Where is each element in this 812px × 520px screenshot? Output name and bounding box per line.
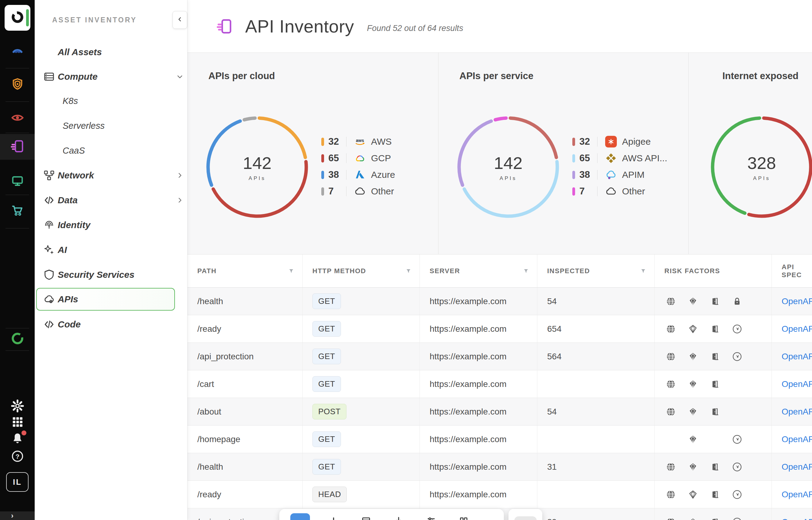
sidebar-item-apis[interactable]: APIs <box>35 290 188 309</box>
toolbar-selection-button[interactable] <box>290 513 310 520</box>
wasp-icon[interactable] <box>732 324 742 334</box>
rail-item-help[interactable]: ? <box>0 449 35 464</box>
sidebar-item-identity[interactable]: Identity <box>35 215 188 235</box>
sidebar-item-all-assets[interactable]: All Assets <box>35 43 188 62</box>
lock-icon[interactable] <box>732 296 742 307</box>
api-spec-link[interactable]: OpenAPI <box>782 324 812 334</box>
globe-icon[interactable] <box>666 462 676 472</box>
rail-item-apps[interactable] <box>0 415 35 430</box>
toolbar-sliders-icon[interactable] <box>426 516 436 520</box>
wasp-icon[interactable] <box>732 462 742 472</box>
door-icon[interactable] <box>710 462 720 472</box>
globe-icon[interactable] <box>666 352 676 362</box>
rail-item-notifications[interactable] <box>0 432 35 446</box>
toolbar-download-icon[interactable] <box>393 516 404 520</box>
api-spec-link[interactable]: OpenAPI <box>782 379 812 389</box>
cloud-icon <box>354 185 366 198</box>
gem-icon[interactable] <box>688 517 698 520</box>
filter-icon[interactable] <box>640 268 646 274</box>
toolbar-toggle-button[interactable] <box>509 509 542 520</box>
rail-item-api-inventory[interactable] <box>0 139 35 155</box>
gem-icon[interactable] <box>688 296 698 307</box>
wasp-icon[interactable] <box>732 434 742 445</box>
sidebar-item-data[interactable]: Data <box>35 191 188 210</box>
rail-item-orca-status[interactable] <box>0 332 35 346</box>
rail-item-detection[interactable] <box>0 111 35 126</box>
api-spec-link[interactable]: OpenAPI <box>782 296 812 306</box>
globe-icon[interactable] <box>666 379 676 389</box>
sidebar-collapse-button[interactable] <box>172 11 187 29</box>
table-row[interactable]: /api_protectionGEThttps://example.com564… <box>188 343 812 370</box>
door-icon[interactable] <box>710 379 720 389</box>
sidebar-item-code[interactable]: Code <box>35 315 188 334</box>
globe-icon[interactable] <box>666 407 676 417</box>
table-row[interactable]: /aboutPOSThttps://example.com54OpenAPI <box>188 398 812 425</box>
filter-icon[interactable] <box>523 268 529 274</box>
sidebar-item-k8s[interactable]: K8s <box>35 92 188 110</box>
filter-icon[interactable] <box>405 268 412 274</box>
sparkles-icon <box>43 244 55 256</box>
rail-expand-strip[interactable]: › <box>0 512 35 520</box>
toolbar-columns-icon[interactable] <box>459 516 469 520</box>
rail-item-home[interactable] <box>5 5 30 31</box>
toolbar-table-grid-icon[interactable] <box>361 516 371 520</box>
table-row[interactable]: /healthGEThttps://example.com31OpenAPI <box>188 453 812 481</box>
sidebar-item-security-services[interactable]: Security Services <box>35 265 188 284</box>
api-spec-link[interactable]: OpenAPI <box>782 462 812 472</box>
gem-icon[interactable] <box>688 462 698 472</box>
api-spec-link[interactable]: OpenAPI <box>782 517 812 520</box>
api-spec-link[interactable]: OpenAPI <box>782 435 812 444</box>
api-spec-link[interactable]: OpenAPI <box>782 352 812 362</box>
column-header-server: SERVER <box>419 255 537 287</box>
door-icon[interactable] <box>710 407 720 417</box>
chevron-right-icon[interactable] <box>176 172 184 179</box>
legend-row-apigee: 32Apigee <box>572 135 667 148</box>
legend-divider <box>597 153 597 163</box>
gem-icon[interactable] <box>688 352 698 362</box>
filter-icon[interactable] <box>288 268 294 274</box>
globe-icon[interactable] <box>666 517 676 520</box>
door-icon[interactable] <box>710 517 720 520</box>
gem-icon[interactable] <box>688 407 698 417</box>
gem-icon[interactable] <box>688 434 698 445</box>
table-row[interactable]: /homepageGEThttps://example.comOpenAPI <box>188 425 812 453</box>
table-row[interactable]: /readyHEADhttps://example.comOpenAPI <box>188 481 812 508</box>
wasp-icon[interactable] <box>732 517 742 520</box>
chevron-right-icon[interactable] <box>176 196 184 204</box>
page-title: API Inventory <box>245 16 354 36</box>
wasp-icon[interactable] <box>732 489 742 500</box>
legend-value: 32 <box>328 136 346 147</box>
table-row[interactable]: /cartGEThttps://example.comOpenAPI <box>188 370 812 398</box>
globe-icon[interactable] <box>666 296 676 307</box>
sidebar-item-caas[interactable]: CaaS <box>35 141 188 160</box>
door-icon[interactable] <box>710 352 720 362</box>
rail-item-workloads[interactable] <box>0 174 35 189</box>
api-spec-link[interactable]: OpenAPI <box>782 490 812 499</box>
wasp-icon[interactable] <box>732 352 742 362</box>
page-header: API Inventory Found 52 out of 64 results <box>188 0 812 53</box>
legend-color-pill <box>321 187 324 196</box>
gem-outline-icon[interactable] <box>688 324 698 334</box>
rail-item-settings[interactable] <box>0 399 35 414</box>
sidebar-item-network[interactable]: Network <box>35 166 188 185</box>
rail-item-marketplace[interactable] <box>0 203 35 218</box>
gem-outline-icon[interactable] <box>688 489 698 500</box>
door-icon[interactable] <box>710 489 720 500</box>
sidebar-item-serverless[interactable]: Serverless <box>35 116 188 135</box>
api-spec-link[interactable]: OpenAPI <box>782 407 812 417</box>
door-icon[interactable] <box>710 296 720 307</box>
sidebar-item-compute[interactable]: Compute <box>35 67 188 86</box>
table-row[interactable]: /readyGEThttps://example.com654OpenAPI <box>188 315 812 343</box>
door-icon[interactable] <box>710 324 720 334</box>
rail-item-posture[interactable] <box>0 77 35 92</box>
toolbar-plus-icon[interactable] <box>328 516 339 520</box>
chevron-down-icon[interactable] <box>176 73 184 81</box>
legend-label: Other <box>622 186 645 197</box>
globe-icon[interactable] <box>666 489 676 500</box>
globe-icon[interactable] <box>666 324 676 334</box>
rail-item-discovery[interactable] <box>0 44 35 59</box>
gem-icon[interactable] <box>688 379 698 389</box>
sidebar-item-ai[interactable]: AI <box>35 240 188 259</box>
table-row[interactable]: /healthGEThttps://example.com54OpenAPI <box>188 288 812 315</box>
user-initials-button[interactable]: IL <box>6 472 28 492</box>
